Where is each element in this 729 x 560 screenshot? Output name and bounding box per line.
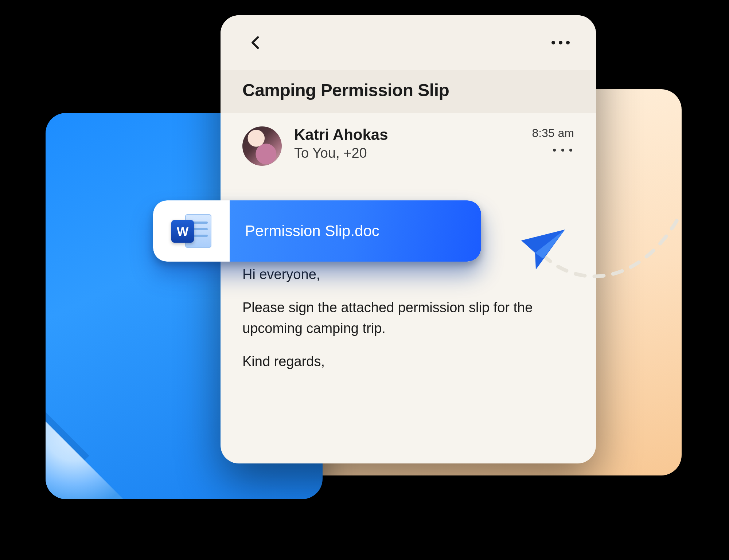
body-greeting: Hi everyone, [242, 264, 574, 285]
dot-icon [551, 41, 555, 44]
email-topbar [221, 15, 596, 70]
word-icon-glyph: W [171, 220, 194, 243]
attachment-chip[interactable]: W Permission Slip.doc [153, 200, 481, 262]
email-subject: Camping Permission Slip [242, 80, 574, 100]
subject-row: Camping Permission Slip [221, 70, 596, 113]
dot-icon [559, 41, 562, 44]
attachment-app-icon: W [153, 200, 230, 262]
dot-icon [553, 149, 556, 152]
dot-icon [569, 149, 572, 152]
sender-row: Katri Ahokas To You, +20 8:35 am [221, 113, 596, 169]
email-time: 8:35 am [532, 126, 574, 140]
avatar[interactable] [242, 126, 282, 166]
dot-icon [561, 149, 564, 152]
message-more-button[interactable] [532, 146, 574, 153]
back-button[interactable] [243, 30, 269, 55]
body-paragraph: Please sign the attached permission slip… [242, 297, 574, 339]
word-icon: W [171, 213, 211, 249]
sender-name: Katri Ahokas [294, 126, 519, 143]
recipients-line[interactable]: To You, +20 [294, 145, 519, 161]
dot-icon [566, 41, 570, 44]
more-button[interactable] [548, 30, 573, 55]
attachment-filename: Permission Slip.doc [230, 200, 481, 262]
chevron-left-icon [248, 35, 264, 51]
body-signoff: Kind regards, [242, 351, 574, 372]
